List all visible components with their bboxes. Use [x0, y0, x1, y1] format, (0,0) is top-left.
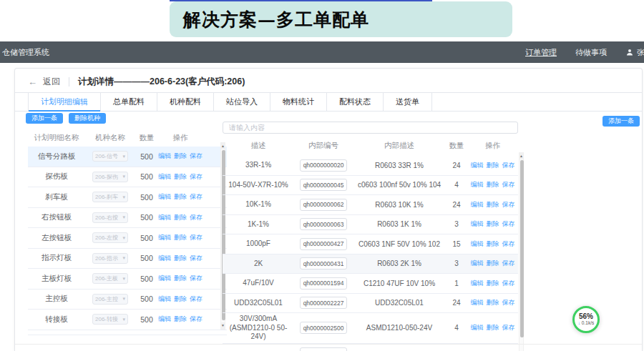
- internal-code-input[interactable]: [300, 257, 347, 270]
- delete-link[interactable]: 删除: [487, 219, 499, 229]
- delete-link[interactable]: 删除: [487, 200, 499, 209]
- material-desc: 1K-1%: [223, 220, 294, 229]
- save-link[interactable]: 保存: [190, 152, 203, 161]
- tab[interactable]: 总单配料: [101, 93, 157, 111]
- edit-link[interactable]: 编辑: [471, 219, 484, 229]
- save-link[interactable]: 保存: [190, 254, 203, 263]
- scroll-up-icon[interactable]: ▲: [519, 153, 523, 159]
- edit-link[interactable]: 编辑: [158, 172, 171, 182]
- edit-link[interactable]: 编辑: [158, 152, 171, 161]
- edit-link[interactable]: 编辑: [158, 233, 171, 242]
- delete-link[interactable]: 删除: [174, 192, 187, 202]
- edit-link[interactable]: 编辑: [471, 259, 484, 268]
- delete-link[interactable]: 删除: [487, 279, 499, 288]
- download-arrow-icon: ↓: [578, 320, 580, 325]
- model-select[interactable]: 206-指示 ▾: [92, 253, 128, 264]
- internal-code-input[interactable]: [300, 159, 347, 172]
- table-row: 2K R0603 2K 1% 3 编辑 删除 保存: [223, 254, 518, 275]
- internal-code-input[interactable]: [300, 199, 347, 211]
- delete-link[interactable]: 删除: [174, 274, 187, 283]
- internal-code-input[interactable]: [300, 347, 347, 351]
- search-input[interactable]: [223, 122, 518, 134]
- model-select[interactable]: 206-信号 ▾: [92, 151, 128, 162]
- tab[interactable]: 计划明细编辑: [28, 93, 101, 111]
- delete-link[interactable]: 删除: [174, 254, 187, 263]
- internal-desc: C1210 47UF 10V 10%: [353, 280, 446, 287]
- save-link[interactable]: 保存: [190, 192, 203, 202]
- network-progress-widget[interactable]: 56% ↓ 0.1k/s: [572, 306, 600, 333]
- model-select[interactable]: 206-转接 ▾: [92, 314, 128, 325]
- save-link[interactable]: 保存: [502, 259, 515, 268]
- model-select[interactable]: 206-主板 ▾: [92, 273, 128, 284]
- edit-link[interactable]: 编辑: [471, 161, 484, 170]
- tab[interactable]: 送货单: [384, 93, 432, 111]
- internal-code-input[interactable]: [300, 297, 347, 309]
- scrollbar-thumb[interactable]: [520, 160, 524, 337]
- edit-link[interactable]: 编辑: [471, 180, 484, 189]
- internal-code-input[interactable]: [300, 179, 347, 191]
- edit-link[interactable]: 编辑: [471, 298, 484, 307]
- add-row-right-button[interactable]: 添加一条: [602, 116, 640, 127]
- internal-code-input[interactable]: [300, 322, 347, 334]
- delete-link[interactable]: 删除: [487, 239, 499, 249]
- edit-link[interactable]: 编辑: [158, 274, 171, 283]
- edit-link[interactable]: 编辑: [158, 254, 171, 263]
- edit-link[interactable]: 编辑: [471, 200, 484, 209]
- tab[interactable]: 站位导入: [214, 93, 270, 111]
- nav-link-order-management[interactable]: 订单管理: [525, 47, 557, 58]
- edit-link[interactable]: 编辑: [471, 239, 484, 249]
- delete-link[interactable]: 删除: [174, 172, 187, 182]
- delete-link[interactable]: 删除: [174, 295, 187, 304]
- edit-link[interactable]: 编辑: [158, 192, 171, 202]
- model-select[interactable]: 206-右按 ▾: [92, 212, 128, 223]
- delete-link[interactable]: 删除: [174, 233, 187, 242]
- delete-link[interactable]: 删除: [174, 315, 187, 324]
- edit-link[interactable]: 编辑: [158, 213, 171, 222]
- model-select[interactable]: 206-探伤 ▾: [92, 172, 128, 182]
- plan-detail-table: 计划明细名称 机种名称 数量 操作 信号分路板 206-信号 ▾ 500 编辑 …: [28, 133, 227, 335]
- right-table-scrollbar[interactable]: ▲ ▼: [519, 152, 524, 351]
- back-arrow-icon[interactable]: ←: [28, 76, 37, 87]
- save-link[interactable]: 保存: [190, 233, 203, 242]
- save-link[interactable]: 保存: [190, 274, 203, 283]
- delete-link[interactable]: 删除: [487, 180, 499, 189]
- delete-link[interactable]: 删除: [487, 323, 499, 332]
- save-link[interactable]: 保存: [190, 315, 203, 324]
- save-link[interactable]: 保存: [502, 239, 515, 249]
- plan-name: 信号分路板: [28, 152, 85, 162]
- model-select[interactable]: 206-主控 ▾: [92, 294, 128, 305]
- delete-link[interactable]: 删除: [487, 161, 499, 170]
- save-link[interactable]: 保存: [502, 298, 515, 307]
- save-link[interactable]: 保存: [502, 161, 515, 170]
- delete-link[interactable]: 删除: [174, 152, 187, 161]
- edit-link[interactable]: 编辑: [471, 279, 484, 288]
- add-row-button[interactable]: 添加一条: [26, 113, 63, 124]
- save-link[interactable]: 保存: [502, 323, 515, 332]
- tab[interactable]: 机种配料: [157, 93, 214, 111]
- back-button[interactable]: 返回: [43, 76, 60, 88]
- internal-code-input[interactable]: [300, 277, 347, 290]
- save-link[interactable]: 保存: [190, 172, 203, 182]
- nav-link-todo-items[interactable]: 待做事项: [575, 47, 607, 58]
- model-select[interactable]: 206-刹车 ▾: [92, 192, 128, 202]
- edit-link[interactable]: 编辑: [158, 315, 171, 324]
- save-link[interactable]: 保存: [502, 219, 515, 229]
- quantity: 3: [446, 259, 467, 267]
- delete-link[interactable]: 删除: [487, 298, 499, 307]
- model-select[interactable]: 206-左按 ▾: [92, 232, 128, 243]
- tab[interactable]: 物料统计: [270, 93, 327, 111]
- tab[interactable]: 配料状态: [327, 93, 384, 111]
- edit-link[interactable]: 编辑: [471, 323, 484, 332]
- save-link[interactable]: 保存: [502, 279, 515, 288]
- save-link[interactable]: 保存: [502, 180, 515, 189]
- delete-model-button[interactable]: 删除机种: [69, 113, 106, 124]
- delete-link[interactable]: 删除: [487, 259, 499, 268]
- save-link[interactable]: 保存: [190, 295, 203, 304]
- internal-code-input[interactable]: [300, 218, 347, 230]
- user-menu[interactable]: 张: [625, 47, 644, 58]
- internal-code-input[interactable]: [300, 238, 347, 250]
- save-link[interactable]: 保存: [502, 200, 515, 209]
- save-link[interactable]: 保存: [190, 213, 203, 222]
- delete-link[interactable]: 删除: [174, 213, 187, 222]
- edit-link[interactable]: 编辑: [158, 295, 171, 304]
